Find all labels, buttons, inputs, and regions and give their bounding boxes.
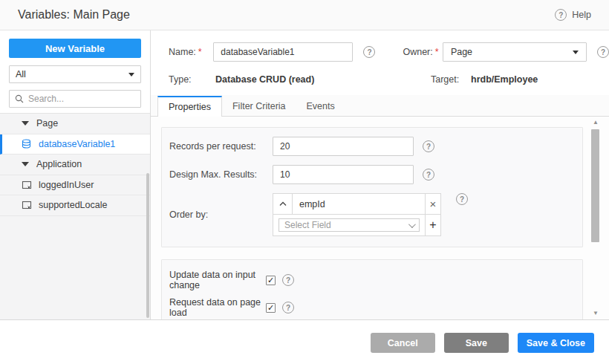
tree-item-supportedlocale[interactable]: supportedLocale (0, 195, 150, 216)
design-max-results-input[interactable] (273, 165, 414, 184)
name-label: Name:* (169, 47, 213, 57)
add-order-field-button[interactable] (425, 215, 440, 235)
caret-down-icon (573, 51, 579, 54)
records-per-request-help-icon[interactable] (423, 140, 434, 152)
type-label: Type: (169, 74, 215, 85)
scrollbar-thumb[interactable] (591, 129, 599, 242)
collapse-triangle-icon (22, 162, 29, 166)
static-variable-icon (22, 200, 32, 210)
order-by-label: Order by: (169, 209, 273, 220)
tab-events[interactable]: Events (296, 95, 345, 117)
search-icon (15, 94, 24, 103)
sidebar-scrollbar-thumb[interactable] (146, 173, 149, 318)
variable-filter-value: All (16, 69, 26, 79)
tree-item-label: supportedLocale (39, 200, 107, 210)
scroll-up-icon[interactable]: ▲ (593, 119, 599, 126)
owner-help-icon[interactable] (597, 46, 609, 58)
name-help-icon[interactable] (363, 46, 375, 58)
caret-down-icon (128, 73, 134, 77)
database-variable-icon (22, 139, 32, 149)
update-on-input-label: Update data on input change (169, 270, 266, 290)
owner-value: Page (451, 47, 472, 57)
required-asterisk: * (435, 47, 439, 57)
tab-filter-criteria[interactable]: Filter Criteria (222, 95, 296, 117)
target-value: hrdb/Employee (471, 74, 538, 85)
variable-tabs: Properties Filter Criteria Events (151, 95, 609, 117)
tree-group-application[interactable]: Application (0, 155, 150, 175)
properties-tab-content: Records per request: Design Max. Results… (151, 117, 609, 319)
records-per-request-label: Records per request: (169, 141, 273, 152)
select-field-placeholder: Select Field (284, 220, 331, 230)
content-scrollbar[interactable]: ▲ ▼ (590, 119, 602, 317)
tree-group-label: Page (36, 118, 58, 129)
variable-name-input[interactable] (213, 42, 353, 62)
type-value: Database CRUD (read) (215, 74, 403, 85)
variables-tree: Page databaseVariable1 Application (0, 113, 150, 319)
chevron-down-icon (408, 221, 416, 228)
new-variable-button[interactable]: New Variable (9, 39, 141, 58)
help-label: Help (572, 10, 591, 20)
save-and-close-button[interactable]: Save & Close (518, 333, 594, 353)
design-max-results-help-icon[interactable] (423, 169, 434, 181)
request-on-load-label: Request data on page load (169, 297, 266, 318)
owner-select[interactable]: Page (443, 42, 587, 62)
variable-search-box (9, 90, 141, 108)
tree-group-label: Application (36, 159, 82, 169)
variable-detail-pane: Name:* Owner:* Page Type: Database CRUD … (151, 30, 609, 319)
tab-properties[interactable]: Properties (157, 96, 222, 117)
cancel-button[interactable]: Cancel (371, 333, 435, 353)
help-link[interactable]: Help (555, 9, 591, 21)
scroll-down-icon[interactable]: ▼ (593, 310, 599, 317)
remove-order-field-button[interactable] (425, 194, 440, 214)
static-variable-icon (22, 180, 32, 190)
target-label: Target: (431, 74, 471, 85)
tree-item-label: databaseVariable1 (39, 139, 115, 149)
sort-direction-asc-button[interactable] (273, 194, 293, 214)
variables-sidebar: New Variable All Page (0, 30, 151, 319)
records-per-request-input[interactable] (273, 137, 414, 156)
required-asterisk: * (198, 47, 202, 57)
request-on-load-checkbox[interactable] (266, 303, 276, 313)
collapse-triangle-icon (22, 121, 29, 126)
order-by-field-value: empId (293, 194, 425, 214)
chevron-up-icon (279, 201, 287, 207)
tree-item-databasevariable1[interactable]: databaseVariable1 (0, 134, 150, 155)
order-by-widget: empId Select Field (273, 193, 441, 236)
order-by-help-icon[interactable] (456, 193, 468, 205)
scrollbar-track[interactable] (590, 126, 602, 310)
data-settings-panel: Records per request: Design Max. Results… (161, 127, 583, 247)
update-on-input-checkbox[interactable] (266, 276, 276, 285)
tree-group-page[interactable]: Page (0, 114, 150, 134)
dialog-footer: Cancel Save Save & Close (0, 319, 609, 364)
select-field-dropdown[interactable]: Select Field (279, 218, 420, 232)
page-title: Variables: Main Page (18, 8, 130, 22)
behavior-panel: Update data on input change Request data… (161, 259, 583, 319)
variable-filter-select[interactable]: All (9, 65, 141, 83)
request-on-load-help-icon[interactable] (282, 302, 294, 313)
tree-item-loggedinuser[interactable]: loggedInUser (0, 175, 150, 196)
search-input[interactable] (28, 94, 135, 104)
save-button[interactable]: Save (444, 333, 509, 353)
variable-header: Name:* Owner:* Page Type: Database CRUD … (151, 30, 609, 95)
help-icon (555, 9, 567, 21)
page-header: Variables: Main Page Help (0, 0, 609, 30)
design-max-results-label: Design Max. Results: (169, 169, 273, 180)
owner-label: Owner:* (403, 47, 442, 57)
update-on-input-help-icon[interactable] (282, 274, 294, 286)
tree-item-label: loggedInUser (39, 180, 94, 190)
